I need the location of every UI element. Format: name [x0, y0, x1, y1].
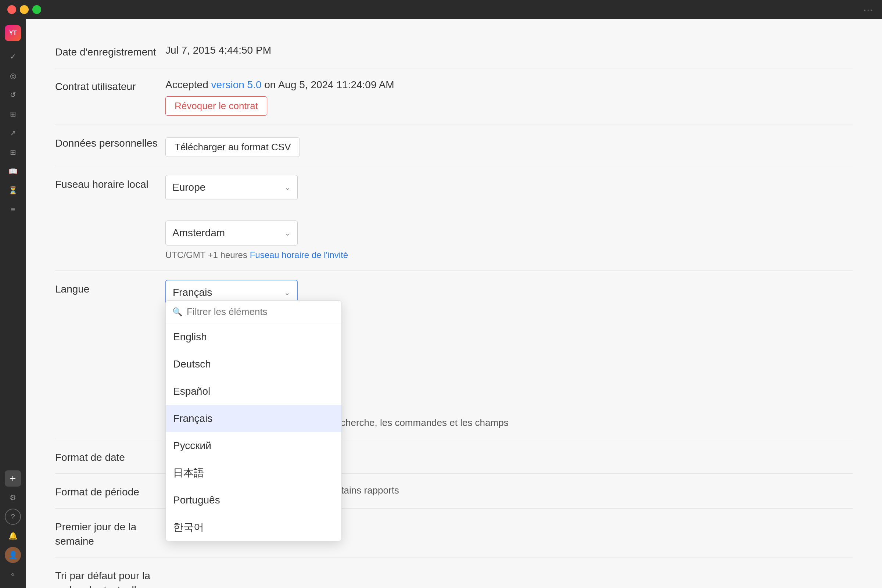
settings-icon[interactable]: ⚙	[5, 489, 21, 506]
lang-option-deutsch[interactable]: Deutsch	[166, 351, 341, 378]
add-button[interactable]: +	[5, 470, 21, 487]
sidebar-item-book[interactable]: 📖	[5, 163, 21, 179]
language-search-container: 🔍	[166, 301, 341, 323]
contract-row: Contrat utilisateur Accepted version 5.0…	[55, 68, 853, 125]
sidebar-item-layout[interactable]: ⊞	[5, 106, 21, 122]
sort-label: Tri par défaut pour la recherche textuel…	[55, 566, 158, 588]
sidebar-item-check[interactable]: ✓	[5, 48, 21, 64]
registration-date-row: Date d'enregistrement Jul 7, 2015 4:44:5…	[55, 34, 853, 68]
language-dropdown: 🔍 English Deutsch Español Français Русск…	[165, 300, 342, 542]
lang-option-espanol[interactable]: Español	[166, 378, 341, 405]
guest-timezone-link[interactable]: Fuseau horaire de l'invité	[250, 250, 348, 260]
contract-label: Contrat utilisateur	[55, 77, 158, 94]
personal-data-row: Données personnelles Télécharger au form…	[55, 125, 853, 166]
language-row: Langue Français ⌄ 🔍 English Deutsch Espa…	[55, 271, 853, 439]
language-label: Langue	[55, 280, 158, 296]
search-icon: 🔍	[172, 306, 182, 318]
sidebar-item-hourglass[interactable]: ⏳	[5, 182, 21, 198]
timezone-region-select[interactable]: Europe ⌄	[165, 175, 298, 200]
timezone-row: Fuseau horaire local Europe ⌄ Amsterdam …	[55, 166, 853, 271]
timezone-region-value: Europe	[172, 180, 206, 195]
sidebar-collapse-button[interactable]: «	[5, 566, 21, 582]
registration-date-value: Jul 7, 2015 4:44:50 PM	[165, 43, 853, 58]
language-value: Français ⌄ 🔍 English Deutsch Español Fra…	[165, 280, 853, 430]
contract-value: Accepted version 5.0 on Aug 5, 2024 11:2…	[165, 77, 853, 116]
maximize-button[interactable]	[32, 5, 41, 14]
contract-prefix: Accepted	[165, 79, 212, 90]
sidebar-bottom: + ⚙ ? 🔔 👤 «	[5, 470, 21, 582]
download-csv-button[interactable]: Télécharger au format CSV	[165, 138, 300, 157]
sidebar-item-chart[interactable]: ↗	[5, 125, 21, 141]
language-search-input[interactable]	[187, 306, 335, 318]
lang-option-japanese[interactable]: 日本語	[166, 459, 341, 487]
timezone-note: UTC/GMT +1 heures Fuseau horaire de l'in…	[165, 248, 853, 262]
language-container: Français ⌄ 🔍 English Deutsch Español Fra…	[165, 280, 853, 305]
titlebar: ···	[0, 0, 882, 19]
language-chevron: ⌄	[284, 287, 290, 298]
contract-suffix: on Aug 5, 2024 11:24:09 AM	[262, 79, 394, 90]
bell-icon[interactable]: 🔔	[5, 528, 21, 544]
user-avatar[interactable]: 👤	[5, 547, 21, 563]
personal-data-label: Données personnelles	[55, 134, 158, 150]
date-format-label: Format de date	[55, 448, 158, 465]
timezone-city-select[interactable]: Amsterdam ⌄	[165, 220, 298, 246]
sidebar-item-radar[interactable]: ◎	[5, 68, 21, 84]
sort-row: Tri par défaut pour la recherche textuel…	[55, 558, 853, 588]
minimize-button[interactable]	[20, 5, 28, 14]
registration-date-label: Date d'enregistrement	[55, 43, 158, 59]
timezone-region-chevron: ⌄	[285, 182, 291, 193]
traffic-lights	[8, 5, 41, 14]
contract-version-link[interactable]: version 5.0	[212, 79, 262, 90]
period-format-label: Format de période	[55, 483, 158, 499]
close-button[interactable]	[8, 5, 16, 14]
app-logo[interactable]: YT	[5, 25, 21, 41]
personal-data-value: Télécharger au format CSV	[165, 134, 853, 157]
help-icon[interactable]: ?	[5, 508, 21, 525]
lang-option-russian[interactable]: Русский	[166, 432, 341, 459]
lang-option-portuguese[interactable]: Português	[166, 487, 341, 514]
lang-option-korean[interactable]: 한국어	[166, 514, 341, 541]
lang-option-english[interactable]: English	[166, 323, 341, 351]
sidebar-item-stack[interactable]: ≡	[5, 201, 21, 218]
sidebar: YT ✓ ◎ ↺ ⊞ ↗ ⊞ 📖 ⏳ ≡ + ⚙ ? 🔔 👤 «	[0, 19, 26, 588]
timezone-city-value: Amsterdam	[172, 225, 225, 241]
timezone-value: Europe ⌄ Amsterdam ⌄ UTC/GMT +1 heures F…	[165, 175, 853, 262]
revoke-contract-button[interactable]: Révoquer le contrat	[165, 96, 267, 116]
main-content: Date d'enregistrement Jul 7, 2015 4:44:5…	[26, 19, 882, 588]
sidebar-item-grid[interactable]: ⊞	[5, 144, 21, 160]
first-day-label: Premier jour de la semaine	[55, 518, 158, 548]
window-menu-icon[interactable]: ···	[864, 4, 873, 15]
timezone-label: Fuseau horaire local	[55, 175, 158, 192]
timezone-city-chevron: ⌄	[285, 228, 291, 238]
sidebar-item-history[interactable]: ↺	[5, 87, 21, 103]
language-selected-value: Français	[173, 285, 212, 300]
lang-option-francais[interactable]: Français	[166, 405, 341, 432]
